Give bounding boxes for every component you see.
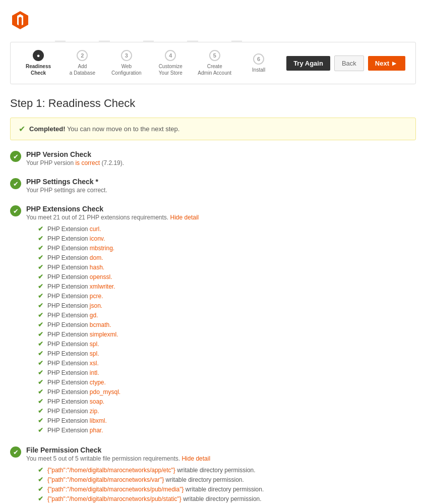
ext-dom: ✔PHP Extension dom.: [38, 253, 416, 262]
file-permission-check-section: ✔ File Permission Check You meet 5 out o…: [10, 446, 416, 504]
completed-text: Completed! You can now move on to the ne…: [29, 125, 179, 133]
php-extensions-info: PHP Extensions Check You meet 21 out of …: [26, 205, 199, 221]
file-permission-header: ✔ File Permission Check You meet 5 out o…: [10, 446, 416, 462]
php-extensions-hide-detail-link[interactable]: Hide detail: [170, 214, 199, 221]
php-settings-check-section: ✔ PHP Settings Check * Your PHP settings…: [10, 178, 416, 194]
ext-iconv: ✔PHP Extension iconv.: [38, 234, 416, 243]
step-connector-5: [231, 41, 242, 41]
step-5-circle: 5: [209, 50, 220, 61]
file-permission-check-icon: ✔: [10, 446, 21, 458]
step-2-database: 2 Adda Database: [65, 50, 100, 76]
back-button[interactable]: Back: [334, 55, 364, 71]
php-version-title: PHP Version Check: [26, 150, 124, 158]
step-3-label: WebConfiguration: [111, 63, 141, 76]
wizard-container: ● ReadinessCheck 2 Adda Database 3 WebCo…: [10, 42, 416, 84]
step-2-circle: 2: [77, 50, 88, 61]
step-4-customize: 4 CustomizeYour Store: [153, 50, 188, 76]
php-extensions-header: ✔ PHP Extensions Check You meet 21 out o…: [10, 205, 416, 221]
completed-check-icon: ✔: [19, 124, 25, 134]
logo-area: [10, 10, 416, 32]
ext-gd: ✔PHP Extension gd.: [38, 310, 416, 320]
php-version-link[interactable]: is correct: [75, 159, 100, 166]
file-permission-hide-detail-link[interactable]: Hide detail: [181, 455, 210, 462]
file-permission-subtitle: You meet 5 out of 5 writable file permis…: [26, 455, 210, 462]
php-version-subtitle: Your PHP version is correct (7.2.19).: [26, 159, 124, 166]
file-perm-var: ✔{"path":"/home/digitalb/marocnetworks/v…: [38, 475, 416, 484]
ext-spl: ✔PHP Extension spl.: [38, 339, 416, 349]
step-4-label: CustomizeYour Store: [159, 63, 182, 76]
ext-ctype: ✔PHP Extension ctype.: [38, 377, 416, 387]
php-extensions-check-section: ✔ PHP Extensions Check You meet 21 out o…: [10, 205, 416, 435]
ext-hash: ✔PHP Extension hash.: [38, 262, 416, 272]
step-5-label: CreateAdmin Account: [198, 63, 231, 76]
steps-area: ● ReadinessCheck 2 Adda Database 3 WebCo…: [21, 50, 276, 76]
php-version-check-icon: ✔: [10, 151, 21, 162]
ext-mbstring: ✔PHP Extension mbstring.: [38, 243, 416, 253]
try-again-button[interactable]: Try Again: [286, 56, 330, 71]
step-1-circle: ●: [33, 50, 44, 61]
step-4-circle: 4: [165, 50, 176, 61]
ext-json: ✔PHP Extension json.: [38, 301, 416, 310]
ext-phar: ✔PHP Extension phar.: [38, 425, 416, 435]
file-permission-title: File Permission Check: [26, 446, 210, 454]
ext-xmlwriter: ✔PHP Extension xmlwriter.: [38, 282, 416, 291]
ext-openssl: ✔PHP Extension openssl.: [38, 272, 416, 282]
page-title: Step 1: Readiness Check: [10, 97, 416, 110]
file-perm-pub-static: ✔{"path":"/home/digitalb/marocnetworks/p…: [38, 494, 416, 503]
ext-zip: ✔PHP Extension zip.: [38, 406, 416, 416]
php-extensions-title: PHP Extensions Check: [26, 205, 199, 213]
php-version-header: ✔ PHP Version Check Your PHP version is …: [10, 150, 416, 166]
php-extensions-subtitle: You meet 21 out of 21 PHP extensions req…: [26, 214, 199, 221]
file-permission-list: ✔{"path":"/home/digitalb/marocnetworks/a…: [38, 465, 416, 504]
step-3-web: 3 WebConfiguration: [109, 50, 144, 76]
completed-banner: ✔ Completed! You can now move on to the …: [10, 118, 416, 140]
php-settings-header: ✔ PHP Settings Check * Your PHP settings…: [10, 178, 416, 194]
php-settings-subtitle: Your PHP settings are correct.: [26, 187, 107, 194]
step-6-circle: 6: [253, 53, 264, 65]
file-perm-app-etc: ✔{"path":"/home/digitalb/marocnetworks/a…: [38, 465, 416, 475]
php-settings-title: PHP Settings Check *: [26, 178, 107, 186]
step-connector-2: [99, 41, 109, 41]
step-connector-4: [187, 41, 198, 41]
step-1-label: ReadinessCheck: [26, 63, 51, 76]
ext-bcmath: ✔PHP Extension bcmath.: [38, 320, 416, 329]
ext-simplexml: ✔PHP Extension simplexml.: [38, 329, 416, 339]
step-3-circle: 3: [121, 50, 132, 61]
step-connector-1: [55, 41, 66, 41]
file-perm-pub-media: ✔{"path":"/home/digitalb/marocnetworks/p…: [38, 484, 416, 494]
php-extensions-list: ✔PHP Extension curl. ✔PHP Extension icon…: [38, 224, 416, 435]
php-version-check-section: ✔ PHP Version Check Your PHP version is …: [10, 150, 416, 166]
step-6-install: 6 Install: [241, 53, 276, 73]
ext-curl: ✔PHP Extension curl.: [38, 224, 416, 234]
step-connector-3: [143, 41, 154, 41]
php-version-info: PHP Version Check Your PHP version is co…: [26, 150, 124, 166]
php-settings-check-icon: ✔: [10, 178, 21, 189]
next-button[interactable]: Next: [368, 56, 405, 71]
ext-xsl: ✔PHP Extension xsl.: [38, 358, 416, 368]
php-extensions-check-icon: ✔: [10, 205, 21, 216]
magento-logo-icon: [10, 10, 30, 30]
ext-soap: ✔PHP Extension soap.: [38, 397, 416, 406]
step-1-readiness: ● ReadinessCheck: [21, 50, 56, 76]
ext-intl: ✔PHP Extension intl.: [38, 368, 416, 377]
php-settings-info: PHP Settings Check * Your PHP settings a…: [26, 178, 107, 194]
ext-pdo-mysql: ✔PHP Extension pdo_mysql.: [38, 387, 416, 397]
ext-libxml: ✔PHP Extension libxml.: [38, 416, 416, 425]
step-6-label: Install: [252, 67, 265, 73]
step-2-label: Adda Database: [70, 63, 95, 76]
svg-marker-0: [12, 11, 28, 29]
ext-pcre: ✔PHP Extension pcre.: [38, 291, 416, 301]
ext-spl2: ✔PHP Extension spl.: [38, 349, 416, 358]
step-5-admin: 5 CreateAdmin Account: [197, 50, 232, 76]
file-permission-info: File Permission Check You meet 5 out of …: [26, 446, 210, 462]
wizard-buttons: Try Again Back Next: [286, 55, 405, 71]
